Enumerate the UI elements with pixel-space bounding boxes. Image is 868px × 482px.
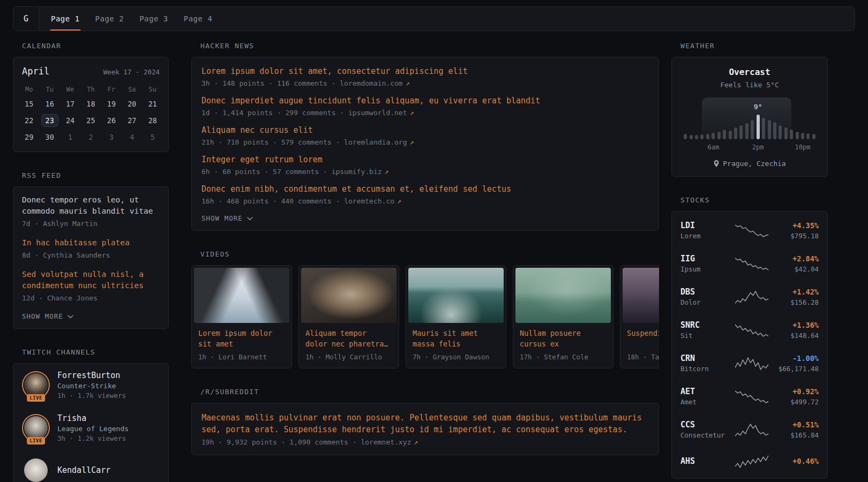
calendar-weekday-label: Tu [39,82,59,95]
video-meta: 1h · Lori Barnett [198,353,285,361]
rss-item-title[interactable]: Donec tempor eros leo, ut commodo mauris… [22,194,160,217]
hackernews-item-title[interactable]: Donec enim nibh, condimentum et accumsan… [201,184,649,195]
hackernews-item-title[interactable]: Lorem ipsum dolor sit amet, consectetur … [201,66,649,77]
stock-ticker[interactable]: AET [680,387,732,396]
subreddit-post-domain[interactable]: loremnet.xyz [361,438,411,446]
weather-hour-bar [733,127,738,139]
hackernews-item[interactable]: Donec enim nibh, condimentum et accumsan… [192,177,659,206]
rss-item-title[interactable]: In hac habitasse platea [22,237,160,248]
rss-item[interactable]: Donec tempor eros leo, ut commodo mauris… [13,187,168,230]
video-title[interactable]: Mauris sit amet massa felis [413,328,499,349]
stock-ticker[interactable]: LDI [680,221,732,230]
twitch-channel-info: Trisha League of Legends 3h · 1.2k viewe… [57,413,129,442]
stock-price: $499.72 [772,398,819,406]
video-thumbnail[interactable] [301,268,396,323]
calendar-day-number: 19 [103,97,120,110]
stock-ticker[interactable]: AHS [680,456,732,466]
rss-item-title[interactable]: Sed volutpat nulla nisl, a condimentum n… [22,269,160,291]
hackernews-item-domain[interactable]: loremtech.co [344,197,394,205]
video-title[interactable]: Aliquam tempor dolor nec pharetra… [305,328,392,349]
stock-values: +0.46% [772,456,819,466]
video-card[interactable]: Mauris sit amet massa felis 7h · Grayson… [406,265,506,368]
weather-axis-label: 10pm [795,144,811,151]
video-title[interactable]: Suspendisse diam [627,328,659,349]
hackernews-item[interactable]: Donec imperdiet augue tincidunt felis al… [192,88,659,118]
page-tab[interactable]: Page 1 [51,7,80,31]
rss-item[interactable]: Sed volutpat nulla nisl, a condimentum n… [13,261,168,304]
stock-row[interactable]: LDI Lorem +4.35% $795.18 [672,214,827,247]
hackernews-show-more-button[interactable]: SHOW MORE [192,206,659,230]
twitch-channel[interactable]: KendallCarr [13,449,168,482]
stock-row[interactable]: CCS Consectetur +0.51% $165.84 [672,413,827,446]
stock-row[interactable]: AET Amet +0.92% $499.72 [672,380,827,413]
stock-ticker[interactable]: IIG [680,254,732,263]
video-meta: 1h · Molly Carrillo [305,353,392,361]
calendar-day: 22 [19,112,39,129]
twitch-channel-info: KendallCarr [57,465,110,475]
calendar-day-number: 24 [62,114,79,127]
stock-sparkline [732,355,772,371]
calendar-day-number: 4 [125,131,138,144]
app-logo[interactable]: G [13,7,39,31]
subreddit-post-title[interactable]: Maecenas mollis pulvinar erat non posuer… [201,412,649,435]
stock-sparkline [732,222,772,238]
weather-hour-bar [710,133,716,139]
page-tab[interactable]: Page 4 [184,7,213,31]
weather-hour-bar [800,133,805,139]
stock-ticker[interactable]: SNRC [680,320,732,330]
stock-ticker[interactable]: DBS [680,287,732,297]
stock-row[interactable]: IIG Ipsum +2.84% $42.04 [672,247,827,280]
stock-row[interactable]: CRN Bitcorn -1.00% $66,171.48 [672,347,827,380]
video-title[interactable]: Lorem ipsum dolor sit amet consectetu… [198,328,285,349]
stock-row[interactable]: SNRC Sit +1.36% $148.64 [672,313,827,347]
video-card[interactable]: Lorem ipsum dolor sit amet consectetu… 1… [191,265,292,368]
calendar-day: 3 [101,129,122,145]
video-title[interactable]: Nullam posuere cursus ex [520,328,607,349]
twitch-channel[interactable]: LIVE Trisha League of Legends 3h · 1.2k … [13,406,168,449]
video-card[interactable]: Aliquam tempor dolor nec pharetra… 1h · … [298,265,399,368]
video-thumbnail[interactable] [408,268,504,323]
hackernews-card: Lorem ipsum dolor sit amet, consectetur … [191,57,659,231]
stock-row[interactable]: DBS Dolor +1.42% $156.28 [672,280,827,313]
twitch-channel-name[interactable]: KendallCarr [57,465,110,475]
hackernews-item-title[interactable]: Integer eget rutrum lorem [201,154,649,165]
video-thumbnail[interactable] [515,268,611,323]
stock-row[interactable]: AHS +0.46% [672,446,827,476]
twitch-channel[interactable]: LIVE ForrestBurton Counter-Strike 1h · 1… [13,364,168,406]
hackernews-item-title[interactable]: Donec imperdiet augue tincidunt felis al… [201,95,649,107]
twitch-channel-name[interactable]: ForrestBurton [57,371,126,380]
page-tab[interactable]: Page 3 [139,7,168,31]
hackernews-item[interactable]: Lorem ipsum dolor sit amet, consectetur … [192,59,659,88]
video-thumbnail[interactable] [194,268,289,323]
weather-hour-bar [683,134,688,139]
weather-hour-bar [750,120,755,139]
hackernews-item-domain[interactable]: ipsumify.biz [332,168,382,176]
external-link-icon: ↗ [410,138,414,146]
hackernews-item-domain[interactable]: loremlandia.org [344,138,407,146]
weather-hour-bar [805,133,811,139]
video-card[interactable]: Suspendisse diam 18h · Tara [620,265,659,368]
calendar-header: April Week 17 · 2024 [13,57,168,82]
rss-show-more-button[interactable]: SHOW MORE [13,304,168,328]
video-card[interactable]: Nullam posuere cursus ex 17h · Stefan Co… [513,265,613,368]
hackernews-item-title[interactable]: Aliquam nec cursus elit [201,125,649,136]
hackernews-item[interactable]: Integer eget rutrum lorem 6h · 60 points… [192,147,659,177]
twitch-widget: TWITCH CHANNELS LIVE ForrestBurton Count… [13,348,169,482]
stock-ticker[interactable]: CRN [680,353,732,363]
rss-item[interactable]: In hac habitasse platea 8d · Cynthia Sau… [13,230,168,261]
rss-item-meta: 8d · Cynthia Saunders [22,251,160,259]
page-tab[interactable]: Page 2 [95,7,124,31]
stock-ticker[interactable]: CCS [680,420,732,430]
subreddit-post[interactable]: Maecenas mollis pulvinar erat non posuer… [192,403,659,447]
hackernews-item[interactable]: Aliquam nec cursus elit 21h · 710 points… [192,118,659,147]
weather-location-label: Prague, Czechia [723,160,785,168]
calendar-day: 20 [122,95,142,112]
hackernews-item-domain[interactable]: ipsumworld.net [348,109,407,117]
calendar-weekday-row: MoTuWeThFrSaSu [13,82,168,95]
video-thumbnail[interactable] [623,268,659,323]
twitch-channel-name[interactable]: Trisha [57,413,129,423]
hackernews-item-domain[interactable]: loremdomain.com [340,79,402,87]
calendar-weekday-label: Th [80,82,101,95]
hackernews-item-stats: 1d · 1,414 points · 299 comments · [201,109,348,117]
weather-hour-bar [772,122,777,139]
